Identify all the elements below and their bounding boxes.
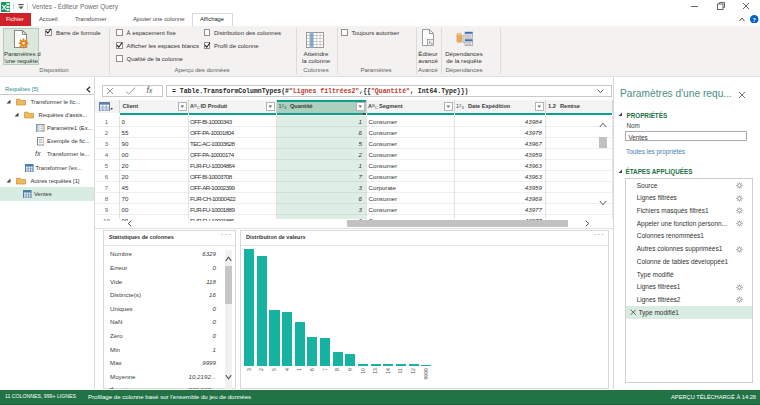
svg-text:X: X [1, 3, 6, 12]
svg-text:?: ? [752, 15, 755, 22]
